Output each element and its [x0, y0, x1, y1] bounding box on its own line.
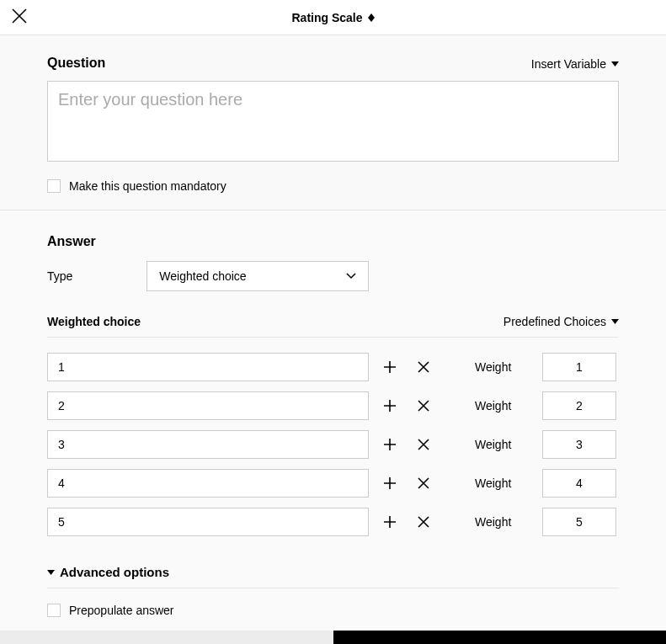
weight-input[interactable]: [542, 508, 616, 536]
add-choice-button[interactable]: [377, 432, 402, 457]
dialog-header: Rating Scale: [0, 0, 666, 35]
save-button[interactable]: SAVE: [333, 631, 667, 644]
choice-row: Weight: [47, 391, 619, 420]
type-label: Type: [47, 269, 72, 283]
plus-icon: [383, 438, 397, 451]
add-choice-button[interactable]: [377, 471, 402, 496]
weight-label: Weight: [475, 438, 520, 451]
sort-icon: [368, 13, 375, 22]
question-input[interactable]: [47, 81, 619, 162]
remove-choice-button[interactable]: [411, 432, 436, 457]
choice-label-input[interactable]: [47, 353, 369, 381]
close-icon: [417, 515, 430, 529]
plus-icon: [383, 399, 397, 412]
weight-label: Weight: [475, 476, 520, 490]
chevron-down-icon: [611, 61, 619, 67]
weight-input[interactable]: [542, 430, 616, 459]
advanced-options-toggle[interactable]: Advanced options: [47, 565, 619, 588]
predefined-choices-label: Predefined Choices: [503, 315, 606, 328]
advanced-options-label: Advanced options: [60, 565, 169, 579]
insert-variable-dropdown[interactable]: Insert Variable: [531, 57, 619, 71]
weight-input[interactable]: [542, 353, 616, 381]
remove-choice-button[interactable]: [411, 509, 436, 535]
answer-section: Answer Type Weighted choice Weighted cho…: [0, 210, 666, 631]
chevron-down-icon: [611, 319, 619, 324]
question-type-label: Rating Scale: [291, 11, 362, 24]
choice-row: Weight: [47, 430, 619, 459]
choice-label-input[interactable]: [47, 469, 369, 498]
weight-input[interactable]: [542, 469, 616, 498]
insert-variable-label: Insert Variable: [531, 57, 606, 71]
close-icon: [417, 360, 430, 374]
remove-choice-button[interactable]: [411, 471, 436, 496]
add-choice-button[interactable]: [377, 393, 402, 418]
weight-label: Weight: [475, 399, 520, 412]
mandatory-label: Make this question mandatory: [69, 179, 226, 193]
cancel-button[interactable]: CANCEL: [0, 631, 333, 644]
close-icon: [12, 8, 27, 24]
choice-row: Weight: [47, 469, 619, 498]
prepopulate-checkbox[interactable]: [47, 604, 61, 617]
caret-down-icon: [47, 570, 55, 575]
weight-label: Weight: [475, 360, 520, 374]
answer-type-value: Weighted choice: [159, 269, 246, 283]
close-icon: [417, 438, 430, 451]
close-icon: [417, 399, 430, 412]
close-icon: [417, 476, 430, 490]
weighted-choice-title: Weighted choice: [47, 315, 141, 328]
choice-row: Weight: [47, 353, 619, 381]
question-type-selector[interactable]: Rating Scale: [291, 11, 374, 24]
choice-label-input[interactable]: [47, 391, 369, 420]
answer-section-title: Answer: [47, 234, 619, 249]
chevron-down-icon: [346, 273, 356, 279]
choice-row: Weight: [47, 508, 619, 536]
question-section: Question Insert Variable Make this quest…: [0, 35, 666, 210]
choices-container: WeightWeightWeightWeightWeight: [47, 353, 619, 536]
plus-icon: [383, 360, 397, 374]
weight-input[interactable]: [542, 391, 616, 420]
weight-label: Weight: [475, 515, 520, 529]
add-choice-button[interactable]: [377, 354, 402, 380]
question-section-title: Question: [47, 56, 105, 71]
remove-choice-button[interactable]: [411, 393, 436, 418]
plus-icon: [383, 515, 397, 529]
plus-icon: [383, 476, 397, 490]
predefined-choices-dropdown[interactable]: Predefined Choices: [503, 315, 619, 328]
dialog-footer: CANCEL SAVE: [0, 631, 666, 644]
mandatory-checkbox[interactable]: [47, 179, 61, 193]
close-button[interactable]: [12, 8, 27, 26]
remove-choice-button[interactable]: [411, 354, 436, 380]
choice-label-input[interactable]: [47, 508, 369, 536]
add-choice-button[interactable]: [377, 509, 402, 535]
choice-label-input[interactable]: [47, 430, 369, 459]
answer-type-select[interactable]: Weighted choice: [147, 261, 369, 291]
prepopulate-label: Prepopulate answer: [69, 604, 174, 617]
